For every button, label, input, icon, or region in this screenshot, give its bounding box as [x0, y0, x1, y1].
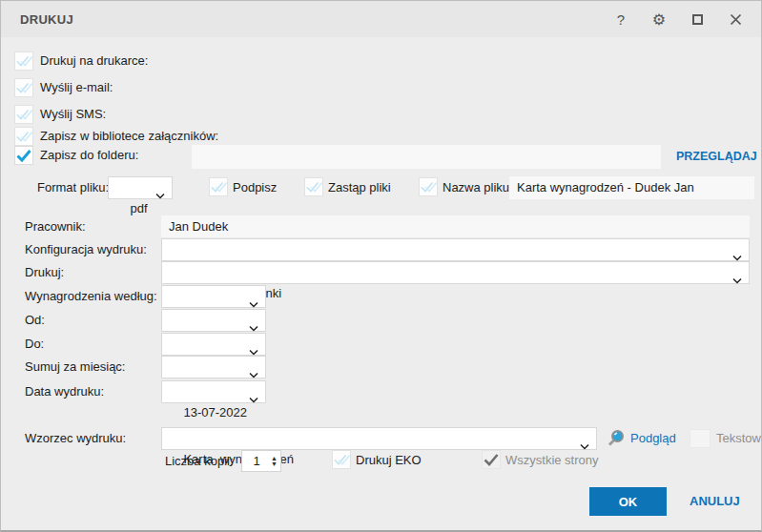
- light-double-check-icon: [305, 178, 322, 195]
- light-double-check-icon: [15, 128, 32, 145]
- wzorzec-label: Wzorzec wydruku:: [25, 428, 126, 449]
- settings-gear-icon[interactable]: ⚙: [650, 10, 668, 28]
- nazwa-pliku-label: Nazwa pliku:: [443, 177, 513, 198]
- wynagrodzenia-dropdown[interactable]: daty wypłaty: [161, 285, 266, 308]
- dialog-title: DRUKUJ: [20, 12, 73, 27]
- drukuj-dropdown[interactable]: wypłaty i rachunki: [161, 261, 750, 284]
- light-double-check-icon: [210, 178, 227, 195]
- nazwa-pliku-field[interactable]: Karta wynagrodzeń - Dudek Jan: [509, 176, 754, 199]
- checkbox-zapisz-do-folderu[interactable]: [14, 146, 33, 165]
- checkbox-wyslij-sms[interactable]: [14, 105, 33, 124]
- data-wydruku-label: Data wydruku:: [25, 381, 104, 402]
- checkbox-zastap-pliki[interactable]: [304, 177, 323, 196]
- wszystkie-strony-label: Wszystkie strony: [505, 450, 599, 471]
- pracownik-label: Pracownik:: [25, 216, 86, 237]
- blue-check-icon: [15, 147, 32, 164]
- konfiguracja-dropdown[interactable]: Lista płac: [161, 238, 750, 261]
- checkbox-drukuj-na-drukarce[interactable]: [14, 51, 33, 71]
- option-label: Wyślij e-mail:: [40, 77, 113, 98]
- data-wydruku-dropdown[interactable]: 13-07-2022: [161, 380, 266, 403]
- chevron-down-icon: [155, 185, 165, 206]
- sumuj-label: Sumuj za miesiąc:: [25, 357, 125, 378]
- light-double-check-icon: [333, 451, 350, 468]
- od-dropdown[interactable]: 01-01-2022: [161, 309, 266, 332]
- format-pliku-dropdown[interactable]: pdf: [108, 176, 173, 199]
- stepper-down-icon[interactable]: ▼: [271, 461, 278, 467]
- zastap-pliki-label: Zastąp pliki: [328, 177, 391, 198]
- checkbox-nazwa-pliku[interactable]: [419, 177, 438, 196]
- data-wydruku-value: 13-07-2022: [183, 405, 247, 419]
- help-icon[interactable]: ?: [612, 10, 629, 28]
- do-label: Do:: [25, 334, 44, 355]
- do-dropdown[interactable]: 31-12-2022: [161, 333, 266, 356]
- tekstowo-label: Tekstowo: [716, 428, 762, 449]
- drukuj-label: Drukuj:: [25, 262, 64, 283]
- option-label: Zapisz do folderu:: [40, 145, 138, 166]
- drukuj-eko-label: Drukuj EKO: [356, 450, 422, 471]
- option-label: Wyślij SMS:: [40, 104, 106, 125]
- sumuj-dropdown[interactable]: tak: [161, 356, 266, 379]
- checkbox-wyslij-email[interactable]: [14, 78, 33, 97]
- konfiguracja-label: Konfiguracja wydruku:: [25, 239, 147, 260]
- podpisz-label: Podpisz: [233, 177, 277, 198]
- liczba-kopii-label: Liczba kopii:: [165, 451, 234, 472]
- print-dialog: DRUKUJ ? ⚙ Drukuj na drukarce: Wyślij e-…: [0, 0, 762, 532]
- titlebar: DRUKUJ ? ⚙: [1, 1, 761, 37]
- magnifier-icon[interactable]: [606, 428, 626, 451]
- option-label: Drukuj na drukarce:: [40, 51, 148, 72]
- light-double-check-icon: [15, 79, 32, 96]
- browse-button[interactable]: PRZEGLĄDAJ: [676, 146, 757, 167]
- option-label: Zapisz w bibliotece załączników:: [40, 126, 218, 147]
- light-double-check-icon: [420, 178, 437, 195]
- wynagrodzenia-label: Wynagrodzenia według:: [25, 286, 157, 307]
- gray-check-icon: [483, 451, 500, 468]
- chevron-down-icon: [249, 389, 258, 410]
- chevron-down-icon: [732, 270, 742, 291]
- light-double-check-icon: [15, 106, 32, 123]
- liczba-kopii-value: 1: [242, 454, 271, 468]
- maximize-icon[interactable]: [689, 10, 706, 28]
- format-pliku-label: Format pliku:: [37, 177, 109, 198]
- checkbox-zapisz-biblioteka[interactable]: [14, 127, 33, 146]
- od-label: Od:: [25, 310, 45, 331]
- checkbox-wszystkie-strony[interactable]: [482, 450, 501, 469]
- format-pliku-value: pdf: [130, 201, 147, 215]
- ok-button[interactable]: OK: [589, 487, 667, 516]
- light-double-check-icon: [15, 52, 32, 70]
- liczba-kopii-stepper[interactable]: 1 ▲ ▼: [241, 450, 281, 472]
- wzorzec-dropdown[interactable]: Karta wynagrodzeń: [161, 427, 597, 450]
- folder-path-field[interactable]: C:\Users\\Documents: [192, 145, 661, 169]
- cancel-button[interactable]: ANULUJ: [690, 491, 740, 512]
- checkbox-podpisz[interactable]: [209, 177, 228, 196]
- close-icon[interactable]: [727, 10, 744, 28]
- podglad-link[interactable]: Podgląd: [630, 428, 676, 449]
- tekstowo-box[interactable]: [690, 429, 711, 448]
- pracownik-field[interactable]: Jan Dudek: [161, 215, 750, 237]
- checkbox-drukuj-eko[interactable]: [332, 450, 351, 469]
